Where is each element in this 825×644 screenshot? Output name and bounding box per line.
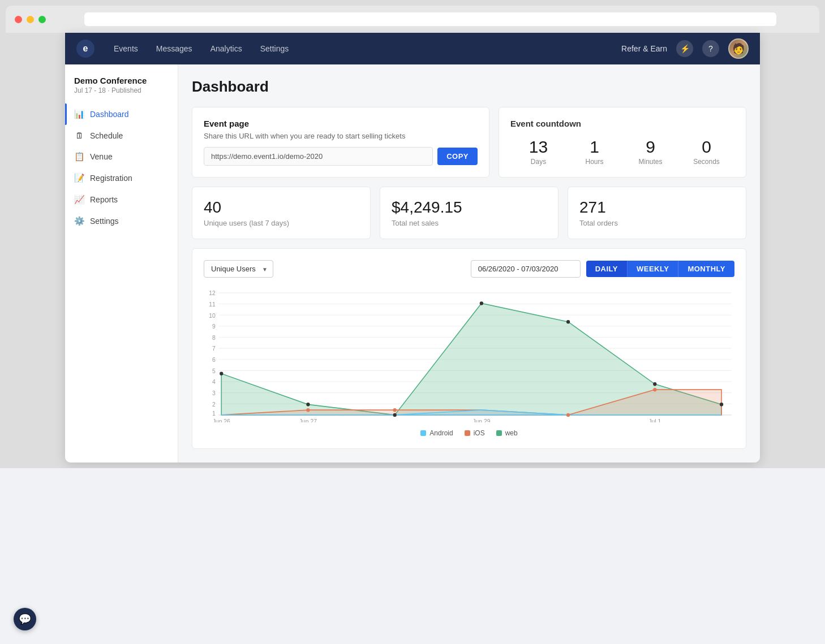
svg-point-28 bbox=[306, 403, 310, 407]
svg-point-36 bbox=[566, 413, 570, 417]
url-row: COPY bbox=[204, 147, 478, 166]
svg-point-30 bbox=[480, 301, 483, 305]
sidebar-label-schedule: Schedule bbox=[90, 131, 123, 140]
svg-text:2: 2 bbox=[212, 400, 216, 407]
countdown-hours: 1 Hours bbox=[566, 137, 622, 166]
stat-net-sales: $4,249.15 Total net sales bbox=[380, 187, 558, 239]
registration-icon: 📝 bbox=[74, 173, 84, 183]
countdown-title: Event countdown bbox=[510, 119, 734, 128]
countdown-values: 13 Days 1 Hours 9 Minutes bbox=[510, 137, 734, 166]
svg-point-34 bbox=[306, 408, 310, 412]
legend-android: Android bbox=[420, 429, 453, 437]
nav-events[interactable]: Events bbox=[106, 40, 146, 58]
event-countdown-card: Event countdown 13 Days 1 Hours bbox=[499, 107, 746, 178]
svg-text:Jun 29: Jun 29 bbox=[472, 418, 490, 422]
refer-earn-link[interactable]: Refer & Earn bbox=[621, 44, 667, 53]
chart-area: 12 11 10 9 8 7 6 5 4 3 2 1 bbox=[204, 287, 734, 422]
stat-unique-users-number: 40 bbox=[204, 198, 359, 217]
event-url-input[interactable] bbox=[204, 147, 433, 166]
period-weekly-button[interactable]: WEEKLY bbox=[628, 261, 678, 277]
sidebar-label-dashboard: Dashboard bbox=[90, 110, 129, 119]
sidebar-item-dashboard[interactable]: 📊 Dashboard bbox=[65, 103, 178, 125]
countdown-seconds: 0 Seconds bbox=[678, 137, 734, 166]
fullscreen-button[interactable] bbox=[38, 16, 46, 23]
lightning-icon-btn[interactable]: ⚡ bbox=[676, 40, 693, 57]
android-color-dot bbox=[420, 430, 426, 436]
close-button[interactable] bbox=[15, 16, 22, 23]
stat-unique-users-label: Unique users (last 7 days) bbox=[204, 219, 359, 227]
venue-icon: 📋 bbox=[74, 152, 84, 162]
event-page-card: Event page Share this URL with when you … bbox=[192, 107, 489, 178]
sidebar-item-venue[interactable]: 📋 Venue bbox=[65, 146, 178, 167]
svg-text:Jun 26: Jun 26 bbox=[213, 418, 230, 422]
svg-text:10: 10 bbox=[209, 312, 216, 318]
user-avatar[interactable]: 🧑 bbox=[728, 38, 749, 59]
svg-text:6: 6 bbox=[212, 356, 216, 363]
svg-point-31 bbox=[566, 320, 570, 324]
page-title: Dashboard bbox=[192, 78, 746, 96]
svg-text:Jun 27: Jun 27 bbox=[299, 418, 317, 422]
stat-total-orders: 271 Total orders bbox=[568, 187, 746, 239]
nav-right: Refer & Earn ⚡ ? 🧑 bbox=[621, 38, 749, 59]
legend-ios-label: iOS bbox=[474, 429, 485, 437]
sidebar-event-meta: Jul 17 - 18 · Published bbox=[65, 87, 178, 103]
top-nav: e Events Messages Analytics Settings Ref… bbox=[65, 33, 760, 64]
period-monthly-button[interactable]: MONTHLY bbox=[678, 261, 734, 277]
sidebar-label-settings: Settings bbox=[90, 217, 119, 226]
sidebar-label-reports: Reports bbox=[90, 195, 118, 204]
svg-point-37 bbox=[653, 388, 656, 392]
stat-total-orders-number: 271 bbox=[579, 198, 734, 217]
svg-text:8: 8 bbox=[212, 334, 216, 341]
countdown-days: 13 Days bbox=[510, 137, 566, 166]
chart-svg: 12 11 10 9 8 7 6 5 4 3 2 1 bbox=[204, 287, 734, 422]
nav-links: Events Messages Analytics Settings bbox=[106, 40, 621, 58]
stat-total-orders-label: Total orders bbox=[579, 219, 734, 227]
date-range-input[interactable] bbox=[471, 260, 581, 278]
svg-text:Jul 1: Jul 1 bbox=[648, 418, 661, 422]
svg-text:7: 7 bbox=[212, 345, 216, 352]
svg-text:3: 3 bbox=[212, 390, 216, 396]
sidebar-label-venue: Venue bbox=[90, 152, 113, 161]
address-bar[interactable] bbox=[84, 12, 776, 26]
reports-icon: 📈 bbox=[74, 195, 84, 205]
svg-text:9: 9 bbox=[212, 323, 216, 330]
chart-card: Unique Users Total Orders Net Sales ▼ DA… bbox=[192, 248, 746, 449]
legend-android-label: Android bbox=[429, 429, 453, 437]
sidebar-item-schedule[interactable]: 🗓 Schedule bbox=[65, 125, 178, 146]
nav-settings[interactable]: Settings bbox=[252, 40, 297, 58]
svg-point-35 bbox=[393, 408, 397, 412]
svg-text:12: 12 bbox=[209, 289, 216, 296]
event-page-title: Event page bbox=[204, 119, 478, 128]
svg-point-27 bbox=[220, 372, 223, 376]
chart-metric-select[interactable]: Unique Users Total Orders Net Sales bbox=[204, 260, 273, 278]
ios-color-dot bbox=[465, 430, 470, 436]
chart-controls: Unique Users Total Orders Net Sales ▼ DA… bbox=[204, 260, 734, 278]
stat-net-sales-label: Total net sales bbox=[392, 219, 547, 227]
minimize-button[interactable] bbox=[27, 16, 34, 23]
svg-text:4: 4 bbox=[212, 378, 216, 385]
nav-messages[interactable]: Messages bbox=[148, 40, 200, 58]
schedule-icon: 🗓 bbox=[74, 131, 84, 140]
stat-net-sales-number: $4,249.15 bbox=[392, 198, 547, 217]
period-daily-button[interactable]: DAILY bbox=[586, 261, 628, 277]
svg-text:11: 11 bbox=[209, 301, 216, 308]
stats-row: 40 Unique users (last 7 days) $4,249.15 … bbox=[192, 187, 746, 239]
sidebar-item-reports[interactable]: 📈 Reports bbox=[65, 189, 178, 210]
svg-text:1: 1 bbox=[212, 410, 216, 417]
settings-icon: ⚙️ bbox=[74, 216, 84, 226]
sidebar: Demo Conference Jul 17 - 18 · Published … bbox=[65, 64, 178, 463]
sidebar-nav: 📊 Dashboard 🗓 Schedule 📋 Venue 📝 Registr… bbox=[65, 103, 178, 232]
svg-point-33 bbox=[720, 403, 723, 407]
web-color-dot bbox=[496, 430, 502, 436]
chart-select-wrapper: Unique Users Total Orders Net Sales ▼ bbox=[204, 260, 273, 278]
legend-ios: iOS bbox=[465, 429, 485, 437]
nav-logo[interactable]: e bbox=[76, 40, 94, 58]
sidebar-item-registration[interactable]: 📝 Registration bbox=[65, 167, 178, 189]
sidebar-event-name: Demo Conference bbox=[65, 76, 178, 87]
copy-url-button[interactable]: COPY bbox=[437, 148, 478, 165]
nav-analytics[interactable]: Analytics bbox=[203, 40, 250, 58]
legend-web: web bbox=[496, 429, 518, 437]
sidebar-item-settings[interactable]: ⚙️ Settings bbox=[65, 210, 178, 232]
svg-text:5: 5 bbox=[212, 368, 216, 374]
help-icon-btn[interactable]: ? bbox=[702, 40, 719, 57]
